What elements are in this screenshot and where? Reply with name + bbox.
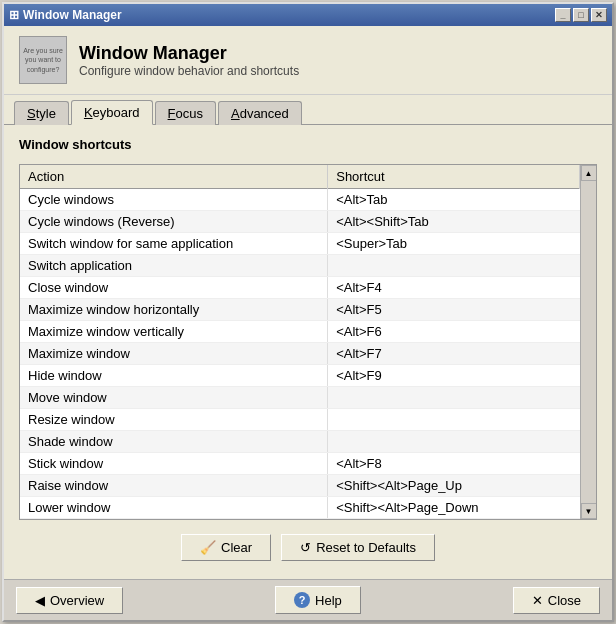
scroll-down-button[interactable]: ▼ xyxy=(581,503,597,519)
overview-icon: ◀ xyxy=(35,593,45,608)
titlebar-left: ⊞ Window Manager xyxy=(9,8,122,22)
tab-style-label: Style xyxy=(27,106,56,121)
action-cell: Stick window xyxy=(20,453,328,475)
help-button[interactable]: ? Help xyxy=(275,586,361,614)
reset-button[interactable]: ↺ Reset to Defaults xyxy=(281,534,435,561)
action-cell: Maximize window xyxy=(20,343,328,365)
action-cell: Cycle windows (Reverse) xyxy=(20,211,328,233)
tab-keyboard[interactable]: Keyboard xyxy=(71,100,153,125)
clear-icon: 🧹 xyxy=(200,540,216,555)
titlebar-app-icon: ⊞ xyxy=(9,8,19,22)
section-title: Window shortcuts xyxy=(19,137,597,152)
app-icon-text: Are you sureyou want toconfigure? xyxy=(23,46,63,73)
clear-button[interactable]: 🧹 Clear xyxy=(181,534,271,561)
table-row[interactable]: Hide window<Alt>F9 xyxy=(20,365,580,387)
action-cell: Resize window xyxy=(20,409,328,431)
shortcut-cell: <Alt>F5 xyxy=(328,299,580,321)
header-area: Are you sureyou want toconfigure? Window… xyxy=(4,26,612,95)
table-row[interactable]: Cycle windows<Alt>Tab xyxy=(20,189,580,211)
col-action-header: Action xyxy=(20,165,328,189)
close-icon: ✕ xyxy=(532,593,543,608)
tab-style[interactable]: Style xyxy=(14,101,69,125)
action-cell: Hide window xyxy=(20,365,328,387)
table-row[interactable]: Switch application xyxy=(20,255,580,277)
action-buttons: 🧹 Clear ↺ Reset to Defaults xyxy=(19,528,597,567)
shortcut-cell: <Alt>Tab xyxy=(328,189,580,211)
col-shortcut-header: Shortcut xyxy=(328,165,580,189)
action-cell: Switch application xyxy=(20,255,328,277)
titlebar: ⊞ Window Manager _ □ ✕ xyxy=(4,4,612,26)
close-button[interactable]: ✕ Close xyxy=(513,587,600,614)
help-icon: ? xyxy=(294,592,310,608)
shortcut-cell xyxy=(328,255,580,277)
shortcut-cell: <Alt><Shift>Tab xyxy=(328,211,580,233)
action-cell: Maximize window horizontally xyxy=(20,299,328,321)
app-title: Window Manager xyxy=(79,43,299,64)
table-row[interactable]: Maximize window<Alt>F7 xyxy=(20,343,580,365)
scroll-up-button[interactable]: ▲ xyxy=(581,165,597,181)
shortcuts-table-container: Action Shortcut Cycle windows<Alt>TabCyc… xyxy=(19,164,597,520)
help-label: Help xyxy=(315,593,342,608)
shortcut-cell xyxy=(328,387,580,409)
shortcut-cell: <Shift><Alt>Page_Up xyxy=(328,475,580,497)
table-scroll-area[interactable]: Action Shortcut Cycle windows<Alt>TabCyc… xyxy=(20,165,580,519)
table-header-row: Action Shortcut xyxy=(20,165,580,189)
titlebar-buttons: _ □ ✕ xyxy=(555,8,607,22)
window-close-button[interactable]: ✕ xyxy=(591,8,607,22)
action-cell: Maximize window vertically xyxy=(20,321,328,343)
footer-bar: ◀ Overview ? Help ✕ Close xyxy=(4,579,612,620)
action-cell: Lower window xyxy=(20,497,328,519)
shortcut-cell: <Super>Tab xyxy=(328,233,580,255)
tabs-bar: Style Keyboard Focus Advanced xyxy=(4,95,612,125)
shortcut-cell: <Alt>F7 xyxy=(328,343,580,365)
action-cell: Raise window xyxy=(20,475,328,497)
scroll-track[interactable] xyxy=(581,181,596,503)
shortcut-cell: <Alt>F8 xyxy=(328,453,580,475)
titlebar-title: Window Manager xyxy=(23,8,122,22)
action-cell: Close window xyxy=(20,277,328,299)
shortcuts-table: Action Shortcut Cycle windows<Alt>TabCyc… xyxy=(20,165,580,519)
app-icon: Are you sureyou want toconfigure? xyxy=(19,36,67,84)
table-row[interactable]: Shade window xyxy=(20,431,580,453)
minimize-button[interactable]: _ xyxy=(555,8,571,22)
maximize-button[interactable]: □ xyxy=(573,8,589,22)
tab-keyboard-label: Keyboard xyxy=(84,105,140,120)
table-row[interactable]: Move window xyxy=(20,387,580,409)
overview-button[interactable]: ◀ Overview xyxy=(16,587,123,614)
overview-label: Overview xyxy=(50,593,104,608)
table-row[interactable]: Lower window<Shift><Alt>Page_Down xyxy=(20,497,580,519)
header-text: Window Manager Configure window behavior… xyxy=(79,43,299,78)
action-cell: Shade window xyxy=(20,431,328,453)
table-row[interactable]: Stick window<Alt>F8 xyxy=(20,453,580,475)
app-subtitle: Configure window behavior and shortcuts xyxy=(79,64,299,78)
table-row[interactable]: Raise window<Shift><Alt>Page_Up xyxy=(20,475,580,497)
action-cell: Move window xyxy=(20,387,328,409)
table-row[interactable]: Maximize window horizontally<Alt>F5 xyxy=(20,299,580,321)
shortcut-cell: <Alt>F4 xyxy=(328,277,580,299)
action-cell: Switch window for same application xyxy=(20,233,328,255)
table-body: Cycle windows<Alt>TabCycle windows (Reve… xyxy=(20,189,580,519)
table-row[interactable]: Resize window xyxy=(20,409,580,431)
shortcut-cell: <Alt>F9 xyxy=(328,365,580,387)
tab-advanced[interactable]: Advanced xyxy=(218,101,302,125)
table-row[interactable]: Switch window for same application<Super… xyxy=(20,233,580,255)
shortcut-cell xyxy=(328,431,580,453)
window: ⊞ Window Manager _ □ ✕ Are you sureyou w… xyxy=(2,2,614,622)
tab-focus-label: Focus xyxy=(168,106,203,121)
action-cell: Cycle windows xyxy=(20,189,328,211)
main-content: Window shortcuts Action Shortcut Cycle w… xyxy=(4,125,612,579)
shortcut-cell xyxy=(328,409,580,431)
tab-advanced-label: Advanced xyxy=(231,106,289,121)
shortcut-cell: <Alt>F6 xyxy=(328,321,580,343)
shortcut-cell: <Shift><Alt>Page_Down xyxy=(328,497,580,519)
table-row[interactable]: Cycle windows (Reverse)<Alt><Shift>Tab xyxy=(20,211,580,233)
reset-icon: ↺ xyxy=(300,540,311,555)
table-row[interactable]: Maximize window vertically<Alt>F6 xyxy=(20,321,580,343)
tab-focus[interactable]: Focus xyxy=(155,101,216,125)
close-label: Close xyxy=(548,593,581,608)
clear-label: Clear xyxy=(221,540,252,555)
reset-label: Reset to Defaults xyxy=(316,540,416,555)
scrollbar[interactable]: ▲ ▼ xyxy=(580,165,596,519)
table-row[interactable]: Close window<Alt>F4 xyxy=(20,277,580,299)
